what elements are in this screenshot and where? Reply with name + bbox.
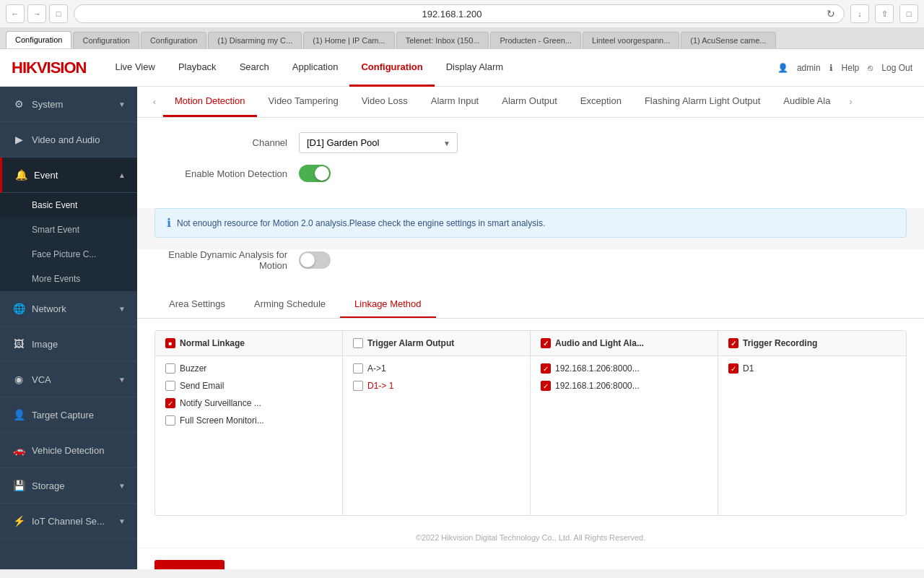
checkbox-a1[interactable]: A->1 <box>353 363 520 374</box>
normal-linkage-header-checkbox[interactable] <box>165 338 175 348</box>
share-button[interactable]: ⇧ <box>875 4 894 23</box>
footer: ©2022 Hikvision Digital Technology Co., … <box>137 527 924 548</box>
notify-surveillance-checkbox[interactable] <box>165 398 175 408</box>
sidebar-item-event[interactable]: 🔔 Event ▲ <box>0 158 137 193</box>
save-button[interactable]: Save <box>154 560 225 569</box>
tab-next-button[interactable]: › <box>842 87 859 116</box>
forward-button[interactable]: → <box>27 4 46 23</box>
logo: HIKVISION <box>12 59 86 77</box>
tab-flashing-alarm[interactable]: Flashing Alarm Light Output <box>633 87 772 117</box>
browser-tab-1[interactable]: Configuration <box>73 32 139 48</box>
col-trigger-alarm: A->1 D1-> 1 <box>343 356 531 515</box>
normal-linkage-header-label: Normal Linkage <box>180 338 245 348</box>
checkbox-ip2[interactable]: 192.168.1.206:8000... <box>541 381 707 391</box>
tab-video-loss[interactable]: Video Loss <box>350 87 419 117</box>
tab-audible[interactable]: Audible Ala <box>772 87 842 117</box>
enable-dynamic-toggle[interactable] <box>299 251 331 269</box>
full-screen-checkbox[interactable] <box>165 415 175 426</box>
admin-label[interactable]: admin <box>797 63 821 73</box>
tab-alarm-input[interactable]: Alarm Input <box>419 87 490 117</box>
browser-tab-5[interactable]: Telenet: Inbox (150... <box>396 32 489 48</box>
tab-video-tampering[interactable]: Video Tampering <box>257 87 350 117</box>
checkbox-d1-1[interactable]: D1-> 1 <box>353 381 520 391</box>
ip2-checkbox[interactable] <box>541 381 551 391</box>
refresh-button[interactable]: ↻ <box>827 8 835 20</box>
address-text: 192.168.1.200 <box>83 9 821 20</box>
trigger-alarm-header-checkbox[interactable] <box>353 338 363 348</box>
browser-tab-8[interactable]: (1) AcuSense came... <box>681 32 775 48</box>
checkbox-d1-rec[interactable]: D1 <box>728 363 896 374</box>
d1-1-checkbox[interactable] <box>353 381 363 391</box>
browser-tab-0[interactable]: Configuration <box>6 31 71 48</box>
download-button[interactable]: ↓ <box>850 4 869 23</box>
channel-select[interactable]: [D1] Garden Pool <box>299 132 458 153</box>
send-email-checkbox[interactable] <box>165 381 175 391</box>
buzzer-label: Buzzer <box>180 363 206 374</box>
sidebar-label-image: Image <box>32 339 126 350</box>
content: ‹ Motion Detection Video Tampering Video… <box>137 87 924 569</box>
sidebar-sub-more-events[interactable]: More Events <box>0 267 137 291</box>
browser-tab-7[interactable]: Linteel voorgespann... <box>583 32 679 48</box>
main: ⚙ System ▼ ▶ Video and Audio 🔔 Event ▲ B… <box>0 87 924 569</box>
nav-search[interactable]: Search <box>228 49 281 87</box>
sidebar-item-system[interactable]: ⚙ System ▼ <box>0 87 137 122</box>
sidebar-item-vehicle-detection[interactable]: 🚗 Vehicle Detection <box>0 433 137 468</box>
nav-playback[interactable]: Playback <box>167 49 228 87</box>
new-tab-button[interactable]: □ <box>899 4 918 23</box>
sidebar-item-storage[interactable]: 💾 Storage ▼ <box>0 468 137 504</box>
trigger-recording-header-checkbox[interactable] <box>728 338 738 348</box>
sub-tabs: Area Settings Arming Schedule Linkage Me… <box>137 291 924 319</box>
nav-configuration[interactable]: Configuration <box>349 49 434 87</box>
browser-nav-buttons: ← → □ <box>6 4 68 23</box>
sidebar-item-image[interactable]: 🖼 Image <box>0 327 137 362</box>
maximize-button[interactable]: □ <box>49 4 68 23</box>
checkbox-ip1[interactable]: 192.168.1.206:8000... <box>541 363 707 374</box>
sidebar-label-iot: IoT Channel Se... <box>32 516 118 527</box>
audio-light-header-checkbox[interactable] <box>541 338 551 348</box>
event-arrow-icon: ▲ <box>118 171 126 179</box>
sub-tab-linkage-method[interactable]: Linkage Method <box>340 291 436 318</box>
system-arrow-icon: ▼ <box>118 100 126 108</box>
system-icon: ⚙ <box>12 97 26 111</box>
sidebar-sub-smart-event[interactable]: Smart Event <box>0 217 137 242</box>
tab-motion-detection[interactable]: Motion Detection <box>163 87 257 117</box>
checkbox-send-email[interactable]: Send Email <box>165 381 332 391</box>
col-normal-linkage: Buzzer Send Email Notify Surveillance ..… <box>155 356 343 515</box>
help-label[interactable]: Help <box>842 63 860 73</box>
nav-display-alarm[interactable]: Display Alarm <box>435 49 515 87</box>
enable-motion-toggle[interactable] <box>299 165 331 182</box>
back-button[interactable]: ← <box>6 4 25 23</box>
trigger-alarm-header-label: Trigger Alarm Output <box>367 338 454 348</box>
sidebar-item-vca[interactable]: ◉ VCA ▼ <box>0 362 137 397</box>
browser-tab-4[interactable]: (1) Home | IP Cam... <box>303 32 394 48</box>
col-header-audio-light: Audio and Light Ala... <box>531 331 718 355</box>
nav-live-view[interactable]: Live View <box>103 49 166 87</box>
buzzer-checkbox[interactable] <box>165 363 175 374</box>
tab-exception[interactable]: Exception <box>569 87 633 117</box>
browser-tab-2[interactable]: Configuration <box>141 32 206 48</box>
sidebar-sub-basic-event[interactable]: Basic Event <box>0 193 137 217</box>
col-header-normal-linkage: Normal Linkage <box>155 331 343 355</box>
sub-tab-arming-schedule[interactable]: Arming Schedule <box>240 291 340 318</box>
col-header-trigger-recording: Trigger Recording <box>718 331 906 355</box>
sidebar-item-iot[interactable]: ⚡ IoT Channel Se... ▼ <box>0 504 137 539</box>
trigger-recording-header-label: Trigger Recording <box>743 338 817 348</box>
checkbox-full-screen[interactable]: Full Screen Monitori... <box>165 415 332 426</box>
sidebar-item-network[interactable]: 🌐 Network ▼ <box>0 291 137 327</box>
address-bar[interactable]: 192.168.1.200 ↻ <box>74 4 845 23</box>
tab-prev-button[interactable]: ‹ <box>146 87 163 116</box>
checkbox-buzzer[interactable]: Buzzer <box>165 363 332 374</box>
sidebar-item-target-capture[interactable]: 👤 Target Capture <box>0 397 137 433</box>
checkbox-notify-surveillance[interactable]: Notify Surveillance ... <box>165 398 332 408</box>
ip1-checkbox[interactable] <box>541 363 551 374</box>
logout-label[interactable]: Log Out <box>881 63 912 73</box>
sub-tab-area-settings[interactable]: Area Settings <box>154 291 240 318</box>
sidebar-sub-face-picture[interactable]: Face Picture C... <box>0 242 137 267</box>
tab-alarm-output[interactable]: Alarm Output <box>490 87 569 117</box>
d1-rec-checkbox[interactable] <box>728 363 738 374</box>
browser-tab-3[interactable]: (1) Disarming my C... <box>208 32 302 48</box>
nav-application[interactable]: Application <box>281 49 350 87</box>
sidebar-item-video-audio[interactable]: ▶ Video and Audio <box>0 122 137 158</box>
browser-tab-6[interactable]: Producten - Green... <box>490 32 581 48</box>
a1-checkbox[interactable] <box>353 363 363 374</box>
